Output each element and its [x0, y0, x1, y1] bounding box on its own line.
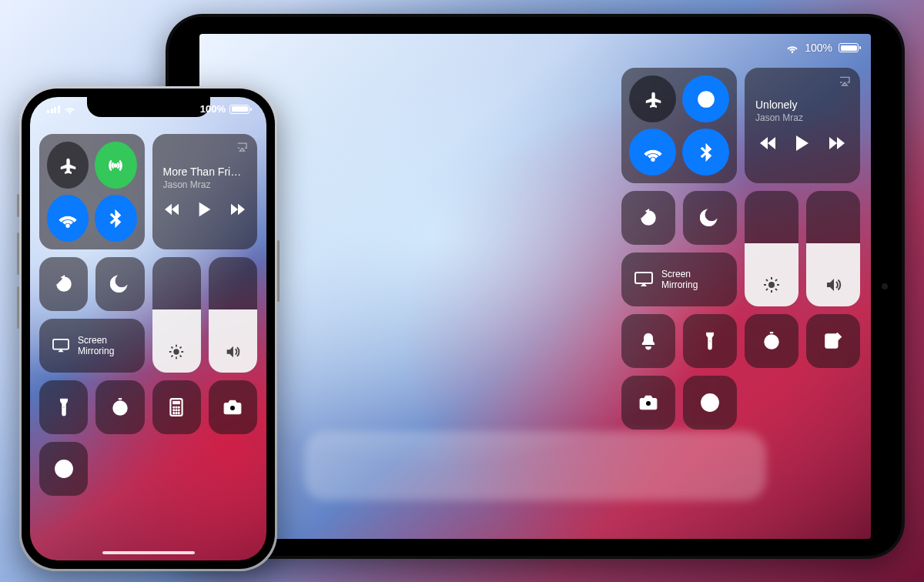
timer-button[interactable]	[95, 380, 144, 434]
flashlight-button[interactable]	[39, 380, 88, 434]
screen-mirroring-button[interactable]: Screen Mirroring	[39, 319, 145, 373]
ipad-control-center: Unlonely Jason Mraz	[621, 68, 860, 430]
bluetooth-toggle[interactable]	[682, 129, 729, 176]
airdrop-toggle[interactable]	[682, 75, 729, 122]
flashlight-button[interactable]	[683, 314, 737, 368]
brightness-icon	[762, 276, 781, 294]
wifi-toggle[interactable]	[629, 129, 676, 176]
wifi-icon	[64, 103, 75, 115]
svg-rect-14	[53, 340, 69, 350]
svg-point-27	[178, 413, 179, 414]
svg-point-19	[173, 406, 175, 408]
ipad-status-bar: 100%	[786, 42, 859, 54]
notes-compose-button[interactable]	[806, 314, 860, 368]
airplay-icon	[236, 142, 248, 152]
screen-mirroring-label: Screen Mirroring	[661, 269, 698, 291]
music-track-title: More Than Frie…	[163, 166, 247, 179]
svg-point-24	[178, 410, 179, 411]
svg-point-2	[698, 92, 714, 107]
svg-point-9	[645, 400, 651, 406]
music-track-title: Unlonely	[755, 99, 849, 112]
connectivity-module[interactable]	[39, 134, 145, 249]
svg-rect-18	[173, 401, 180, 403]
svg-point-28	[230, 405, 236, 411]
play-button[interactable]	[197, 201, 213, 218]
do-not-disturb-toggle[interactable]	[683, 191, 737, 245]
ipad-screen: 100%	[199, 34, 871, 539]
svg-rect-5	[635, 273, 652, 283]
volume-slider[interactable]	[209, 257, 257, 373]
ipad-camera	[882, 283, 888, 289]
battery-icon	[839, 43, 859, 52]
battery-percent: 100%	[200, 103, 226, 115]
svg-point-21	[178, 406, 179, 408]
orientation-lock-toggle[interactable]	[39, 257, 88, 311]
screen-mirroring-label: Screen Mirroring	[78, 335, 114, 357]
airplay-icon	[839, 75, 851, 86]
play-button[interactable]	[794, 134, 811, 152]
svg-rect-3	[646, 216, 651, 222]
battery-percent: 100%	[805, 42, 832, 54]
volume-icon	[224, 343, 241, 360]
brightness-slider[interactable]	[152, 257, 201, 373]
svg-point-25	[173, 413, 175, 414]
music-artist: Jason Mraz	[755, 112, 803, 123]
iphone-screen: 100%	[30, 97, 266, 560]
cellular-data-toggle[interactable]	[95, 142, 136, 189]
home-indicator[interactable]	[102, 551, 195, 554]
svg-point-4	[768, 282, 775, 288]
svg-point-6	[709, 340, 711, 342]
battery-icon	[229, 105, 249, 114]
airplane-mode-toggle[interactable]	[47, 142, 89, 189]
wifi-toggle[interactable]	[47, 195, 89, 242]
brightness-slider[interactable]	[745, 191, 798, 306]
music-module[interactable]: More Than Frie… Jason Mraz	[152, 134, 258, 249]
silent-mode-toggle[interactable]	[621, 314, 675, 368]
svg-point-22	[173, 410, 175, 411]
screen-mirroring-icon	[52, 338, 70, 353]
screen-mirroring-button[interactable]: Screen Mirroring	[621, 253, 737, 306]
svg-point-15	[63, 406, 65, 408]
home-button[interactable]	[683, 376, 737, 430]
camera-button[interactable]	[621, 376, 675, 430]
iphone-control-center: More Than Frie… Jason Mraz	[39, 134, 257, 496]
camera-button[interactable]	[209, 380, 257, 434]
svg-point-23	[176, 410, 177, 411]
connectivity-module[interactable]	[621, 68, 737, 183]
bluetooth-toggle[interactable]	[95, 195, 136, 242]
volume-slider[interactable]	[806, 191, 860, 306]
wifi-icon	[786, 42, 798, 54]
calculator-button[interactable]	[152, 380, 201, 434]
brightness-icon	[168, 343, 185, 360]
home-button[interactable]	[39, 442, 88, 496]
music-artist: Jason Mraz	[163, 179, 211, 190]
iphone-status-bar: 100%	[30, 103, 266, 115]
next-track-button[interactable]	[828, 135, 846, 151]
ipad-dock	[304, 431, 766, 500]
timer-button[interactable]	[745, 314, 798, 368]
next-track-button[interactable]	[229, 202, 246, 216]
previous-track-button[interactable]	[758, 135, 777, 151]
orientation-lock-toggle[interactable]	[621, 191, 675, 245]
volume-icon	[824, 276, 842, 294]
previous-track-button[interactable]	[163, 202, 180, 216]
do-not-disturb-toggle[interactable]	[95, 257, 144, 311]
svg-point-20	[176, 406, 177, 408]
svg-point-13	[173, 349, 179, 354]
iphone-device: 100%	[19, 86, 277, 571]
music-module[interactable]: Unlonely Jason Mraz	[745, 68, 860, 183]
svg-point-26	[176, 413, 177, 414]
cell-signal-icon	[47, 105, 60, 113]
svg-point-11	[115, 164, 117, 166]
svg-rect-12	[61, 282, 66, 288]
screen-mirroring-icon	[634, 271, 654, 288]
airplane-mode-toggle[interactable]	[629, 75, 676, 122]
